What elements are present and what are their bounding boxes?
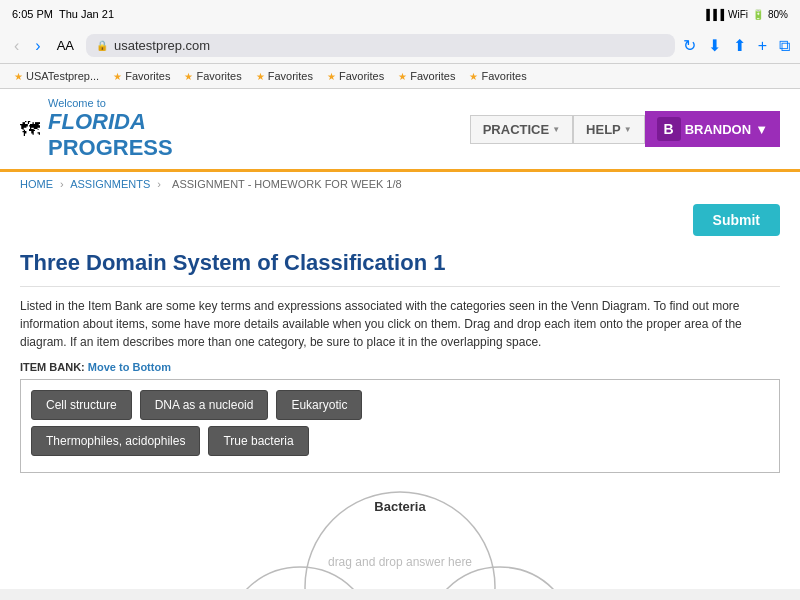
bookmark-label-1: Favorites	[125, 70, 170, 82]
bookmark-star-icon-1: ★	[113, 71, 122, 82]
username-label: BRANDON	[685, 122, 751, 137]
help-arrow-icon: ▼	[624, 125, 632, 134]
svg-point-2	[425, 567, 575, 589]
bookmark-star-icon-4: ★	[327, 71, 336, 82]
item-dna-nucleoid[interactable]: DNA as a nucleoid	[140, 390, 269, 420]
bookmark-favorites-1[interactable]: ★ Favorites	[107, 68, 176, 84]
breadcrumb-sep-1: ›	[60, 178, 64, 190]
help-nav-button[interactable]: HELP ▼	[573, 115, 645, 144]
florida-text: FLORIDA	[48, 109, 146, 134]
wifi-icon: WiFi	[728, 9, 748, 20]
logo-area: 🗺 Welcome to FLORIDA PROGRESS	[20, 97, 173, 161]
bookmark-label-3: Favorites	[268, 70, 313, 82]
item-bank-row-2: Thermophiles, acidophiles True bacteria	[31, 426, 769, 456]
breadcrumb-current: ASSIGNMENT - HOMEWORK FOR WEEK 1/8	[172, 178, 402, 190]
download-button[interactable]: ⬇	[708, 36, 721, 55]
bookmark-favorites-5[interactable]: ★ Favorites	[392, 68, 461, 84]
bookmark-star-icon: ★	[14, 71, 23, 82]
item-bank-text: ITEM BANK:	[20, 361, 85, 373]
venn-svg	[60, 487, 740, 589]
browser-toolbar-icons: ↻ ⬇ ⬆ + ⧉	[683, 36, 790, 55]
battery-percent: 80%	[768, 9, 788, 20]
user-arrow-icon: ▼	[755, 122, 768, 137]
bookmark-favorites-2[interactable]: ★ Favorites	[178, 68, 247, 84]
item-eukaryotic[interactable]: Eukaryotic	[276, 390, 362, 420]
bookmark-favorites-3[interactable]: ★ Favorites	[250, 68, 319, 84]
florida-map-icon: 🗺	[20, 118, 40, 141]
user-menu-button[interactable]: B BRANDON ▼	[645, 111, 780, 147]
address-bar[interactable]: 🔒 usatestprep.com	[86, 34, 675, 57]
bookmark-label: USATestprep...	[26, 70, 99, 82]
item-cell-structure[interactable]: Cell structure	[31, 390, 132, 420]
bookmark-label-6: Favorites	[481, 70, 526, 82]
user-initial: B	[657, 117, 681, 141]
bookmark-star-icon-2: ★	[184, 71, 193, 82]
lock-icon: 🔒	[96, 40, 108, 51]
reader-view-button[interactable]: AA	[53, 38, 78, 53]
submit-area: Submit	[0, 196, 800, 240]
bookmark-star-icon-6: ★	[469, 71, 478, 82]
logo-florida-progress: FLORIDA PROGRESS	[48, 109, 173, 161]
practice-label: PRACTICE	[483, 122, 549, 137]
breadcrumb: HOME › ASSIGNMENTS › ASSIGNMENT - HOMEWO…	[0, 172, 800, 196]
forward-button[interactable]: ›	[31, 37, 44, 55]
submit-button[interactable]: Submit	[693, 204, 780, 236]
share-button[interactable]: ⬆	[733, 36, 746, 55]
time: 6:05 PM	[12, 8, 53, 20]
progress-text: PROGRESS	[48, 135, 173, 160]
bookmark-label-5: Favorites	[410, 70, 455, 82]
question-description: Listed in the Item Bank are some key ter…	[20, 297, 780, 351]
tabs-button[interactable]: ⧉	[779, 37, 790, 55]
bookmark-usatestprep[interactable]: ★ USATestprep...	[8, 68, 105, 84]
reload-button[interactable]: ↻	[683, 36, 696, 55]
svg-point-1	[225, 567, 375, 589]
breadcrumb-home[interactable]: HOME	[20, 178, 53, 190]
item-bank-row-1: Cell structure DNA as a nucleoid Eukaryo…	[31, 390, 769, 420]
practice-arrow-icon: ▼	[552, 125, 560, 134]
bookmark-favorites-4[interactable]: ★ Favorites	[321, 68, 390, 84]
item-thermophiles[interactable]: Thermophiles, acidophiles	[31, 426, 200, 456]
bookmarks-bar: ★ USATestprep... ★ Favorites ★ Favorites…	[0, 64, 800, 89]
bookmark-favorites-6[interactable]: ★ Favorites	[463, 68, 532, 84]
nav-links: PRACTICE ▼ HELP ▼ B BRANDON ▼	[470, 111, 780, 147]
item-bank-box: Cell structure DNA as a nucleoid Eukaryo…	[20, 379, 780, 473]
status-left: 6:05 PM Thu Jan 21	[12, 8, 114, 20]
practice-nav-button[interactable]: PRACTICE ▼	[470, 115, 573, 144]
breadcrumb-sep-2: ›	[157, 178, 161, 190]
new-tab-button[interactable]: +	[758, 37, 767, 55]
venn-diagram: Bacteria drag and drop answer here Bacte…	[20, 487, 780, 589]
logo-text-area: Welcome to FLORIDA PROGRESS	[48, 97, 173, 161]
item-true-bacteria[interactable]: True bacteria	[208, 426, 308, 456]
browser-toolbar: ‹ › AA 🔒 usatestprep.com ↻ ⬇ ⬆ + ⧉	[0, 28, 800, 64]
welcome-text: Welcome to	[48, 97, 173, 109]
bookmark-star-icon-5: ★	[398, 71, 407, 82]
move-to-bottom-link[interactable]: Move to Bottom	[88, 361, 171, 373]
signal-icon: ▐▐▐	[703, 9, 724, 20]
bookmark-label-2: Favorites	[196, 70, 241, 82]
site-header: 🗺 Welcome to FLORIDA PROGRESS PRACTICE ▼…	[0, 89, 800, 172]
breadcrumb-assignments[interactable]: ASSIGNMENTS	[70, 178, 150, 190]
url-text: usatestprep.com	[114, 38, 210, 53]
bookmark-star-icon-3: ★	[256, 71, 265, 82]
status-bar: 6:05 PM Thu Jan 21 ▐▐▐ WiFi 🔋 80%	[0, 0, 800, 28]
page-content: 🗺 Welcome to FLORIDA PROGRESS PRACTICE ▼…	[0, 89, 800, 589]
item-bank-label: ITEM BANK: Move to Bottom	[20, 361, 780, 373]
question-title: Three Domain System of Classification 1	[20, 240, 780, 287]
battery-icon: 🔋	[752, 9, 764, 20]
question-area: Three Domain System of Classification 1 …	[0, 240, 800, 589]
back-button[interactable]: ‹	[10, 37, 23, 55]
date: Thu Jan 21	[59, 8, 114, 20]
status-right: ▐▐▐ WiFi 🔋 80%	[703, 9, 788, 20]
bookmark-label-4: Favorites	[339, 70, 384, 82]
help-label: HELP	[586, 122, 621, 137]
